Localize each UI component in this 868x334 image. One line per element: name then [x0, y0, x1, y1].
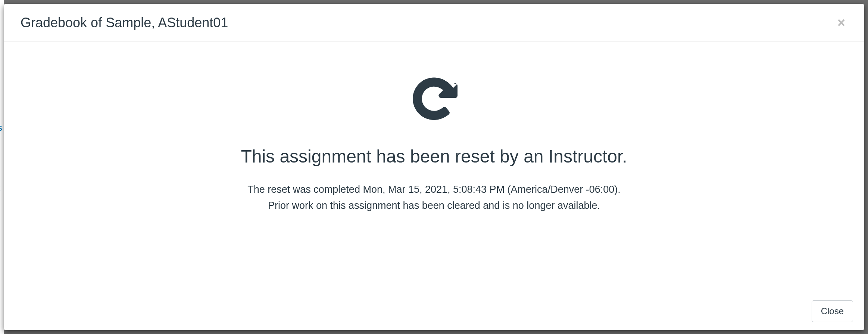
close-icon[interactable]: ×	[835, 16, 847, 30]
close-button[interactable]: Close	[812, 300, 853, 322]
modal-backdrop: s t Gradebook of Sample, AStudent01 × Th…	[0, 0, 868, 334]
reset-cleared-line: Prior work on this assignment has been c…	[4, 198, 864, 214]
reset-timestamp-line: The reset was completed Mon, Mar 15, 202…	[4, 182, 864, 198]
refresh-icon-wrap	[4, 75, 864, 124]
modal-dialog: Gradebook of Sample, AStudent01 × This a…	[4, 4, 864, 330]
modal-footer: Close	[4, 292, 864, 330]
modal-body: This assignment has been reset by an Ins…	[4, 41, 864, 292]
modal-title: Gradebook of Sample, AStudent01	[21, 15, 228, 31]
modal-header: Gradebook of Sample, AStudent01 ×	[4, 4, 864, 41]
reset-heading: This assignment has been reset by an Ins…	[4, 146, 864, 167]
refresh-icon	[410, 75, 458, 124]
background-page-fragment: s t	[0, 0, 4, 334]
